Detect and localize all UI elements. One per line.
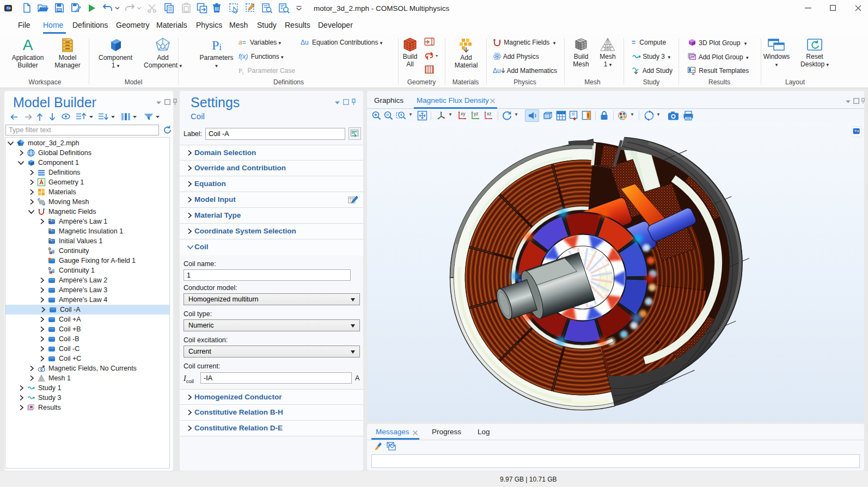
- svg-text:xy: xy: [461, 111, 466, 116]
- svg-text:yz: yz: [474, 111, 479, 116]
- svg-text:xz: xz: [487, 111, 492, 116]
- svg-text:A: A: [23, 36, 33, 53]
- svg-text:Pi: Pi: [211, 38, 221, 52]
